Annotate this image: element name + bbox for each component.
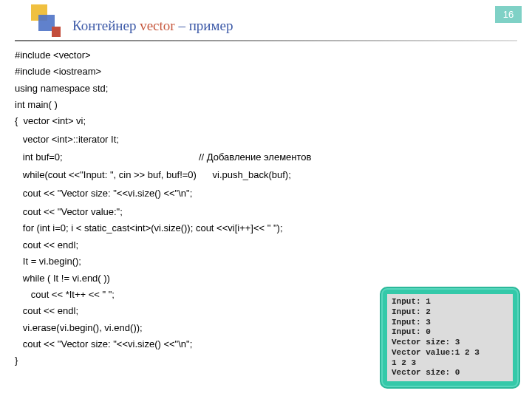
program-output-panel: Input: 1 Input: 2 Input: 3 Input: 0 Vect…	[380, 287, 520, 389]
title-underline	[15, 40, 517, 41]
page-number-badge: 16	[495, 6, 522, 23]
code-line: int buf=0; // Добавление элементов	[15, 151, 311, 163]
code-line: #include <iostream>	[15, 66, 101, 77]
code-line: cout << endl;	[15, 305, 78, 316]
code-line: #include <vector>	[15, 50, 91, 61]
code-line: }	[15, 355, 18, 366]
code-line: cout << "Vector size: "<<vi.size() <<"\n…	[15, 188, 192, 199]
code-line: using namespace std;	[15, 83, 108, 94]
slide-title: Контейнер vector – пример	[72, 18, 233, 34]
code-line: for (int i=0; i < static_cast<int>(vi.si…	[15, 222, 283, 233]
code-line: cout << endl;	[15, 239, 78, 250]
code-line: vi.erase(vi.begin(), vi.end());	[15, 322, 143, 333]
code-line: while(cout <<"Input: ", cin >> buf, buf!…	[15, 169, 291, 180]
code-line: cout << *It++ << " ";	[15, 289, 115, 300]
code-line: { vector <int> vi;	[15, 115, 86, 126]
code-line: cout << "Vector value:";	[15, 206, 123, 217]
code-line: while ( It != vi.end( ))	[15, 273, 110, 284]
code-line: cout << "Vector size: "<<vi.size() <<"\n…	[15, 338, 192, 349]
program-output: Input: 1 Input: 2 Input: 3 Input: 0 Vect…	[387, 294, 513, 381]
code-line: vector <int>::iterator It;	[15, 134, 119, 145]
slide-logo	[31, 4, 62, 35]
code-line: It = vi.begin();	[15, 256, 81, 267]
title-part2: vector	[140, 18, 174, 33]
title-part3: – пример	[175, 18, 233, 33]
title-part1: Контейнер	[72, 18, 140, 33]
code-line: int main( )	[15, 99, 58, 110]
